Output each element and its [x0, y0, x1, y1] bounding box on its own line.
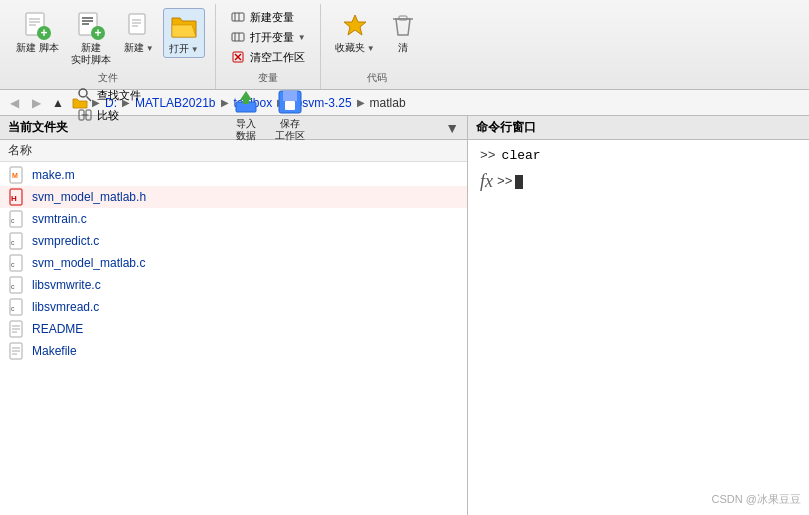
find-file-button[interactable]: 查找文件	[73, 86, 145, 104]
list-item[interactable]: Makefile	[0, 340, 467, 362]
find-file-icon	[77, 87, 93, 103]
file-col-name-label: 名称	[8, 142, 32, 159]
open-dropdown-arrow: ▼	[191, 45, 199, 54]
file-panel-menu-btn[interactable]: ▼	[445, 120, 459, 136]
file-panel-title: 当前文件夹	[8, 119, 68, 136]
save-ws-button[interactable]: 保存工作区	[270, 84, 310, 144]
list-item[interactable]: c svmtrain.c	[0, 208, 467, 230]
file-list: M make.m H svm_model_matlab.h	[0, 162, 467, 515]
cmd-history-line-0: >> clear	[480, 148, 797, 163]
cmd-input-prompt[interactable]: >>	[497, 174, 513, 189]
list-item[interactable]: H svm_model_matlab.h	[0, 186, 467, 208]
save-ws-icon	[274, 86, 306, 118]
import-label: 导入数据	[236, 118, 256, 142]
clear-ws-label: 清空工作区	[250, 50, 305, 65]
c-file-icon-5: c	[8, 298, 26, 316]
svg-text:c: c	[11, 239, 15, 246]
file-name-makefile: Makefile	[32, 344, 77, 358]
open-var-arrow: ▼	[298, 33, 306, 42]
save-ws-label: 保存工作区	[275, 118, 305, 142]
file-name-libsvmread: libsvmread.c	[32, 300, 99, 314]
svg-marker-36	[344, 15, 366, 35]
new-script-icon: +	[21, 10, 53, 42]
file-panel: 当前文件夹 ▼ 名称 M make.m	[0, 116, 468, 515]
import-button[interactable]: 导入数据	[226, 84, 266, 144]
m-file-icon: M	[8, 166, 26, 184]
h-file-icon: H	[8, 188, 26, 206]
code-group-label: 代码	[367, 71, 387, 85]
var-group-label: 变量	[258, 71, 278, 85]
cmd-cursor-line: fx >>	[480, 171, 797, 192]
favorites-arrow: ▼	[367, 44, 375, 53]
new-script-button[interactable]: + 新建 脚本	[12, 8, 63, 56]
svg-rect-13	[129, 14, 145, 34]
svg-rect-22	[232, 13, 244, 21]
readme-icon	[8, 320, 26, 338]
open-var-button[interactable]: 打开变量 ▼	[226, 28, 310, 46]
cmd-panel-title: 命令行窗口	[476, 119, 536, 136]
list-item[interactable]: c libsvmwrite.c	[0, 274, 467, 296]
favorites-label: 收藏夹	[335, 42, 365, 54]
clear-ws-icon	[230, 49, 246, 65]
file-name-make-m: make.m	[32, 168, 75, 182]
new-var-button[interactable]: 新建变量	[226, 8, 310, 26]
open-label: 打开	[169, 43, 189, 55]
up-button[interactable]: ▲	[48, 93, 68, 113]
toolbar-group-file: + 新建 脚本 fx + 新	[2, 4, 216, 89]
compare-label: 比较	[97, 108, 119, 123]
cmd-prompt-0: >>	[480, 148, 496, 163]
file-name-svmpredict: svmpredict.c	[32, 234, 99, 248]
toolbar-group-code: 收藏夹 ▼ 清 代码	[321, 4, 433, 89]
favorites-button[interactable]: 收藏夹 ▼	[331, 8, 379, 56]
svg-text:M: M	[12, 172, 18, 179]
file-name-svm-h: svm_model_matlab.h	[32, 190, 146, 204]
list-item[interactable]: c svmpredict.c	[0, 230, 467, 252]
clear-label: 清	[398, 42, 408, 54]
compare-button[interactable]: 比较	[73, 106, 145, 124]
fx-icon: fx	[480, 171, 493, 192]
cmd-content[interactable]: >> clear fx >>	[468, 140, 809, 515]
breadcrumb-sep-3: ▶	[357, 97, 365, 108]
svg-text:+: +	[41, 26, 48, 40]
svg-line-18	[87, 97, 92, 102]
new-var-icon	[230, 9, 246, 25]
import-icon	[230, 86, 262, 118]
list-item[interactable]: c libsvmread.c	[0, 296, 467, 318]
new-label: 新建	[124, 42, 144, 54]
svg-rect-35	[285, 101, 295, 110]
cmd-panel-header: 命令行窗口	[468, 116, 809, 140]
cmd-text-0: clear	[502, 148, 541, 163]
c-file-icon-3: c	[8, 254, 26, 272]
back-button[interactable]: ◀	[4, 93, 24, 113]
open-var-label: 打开变量	[250, 30, 294, 45]
main-area: 当前文件夹 ▼ 名称 M make.m	[0, 116, 809, 515]
forward-button[interactable]: ▶	[26, 93, 46, 113]
list-item[interactable]: README	[0, 318, 467, 340]
svg-text:c: c	[11, 305, 15, 312]
toolbar-group-var: 新建变量 打开变量 ▼	[216, 4, 321, 89]
new-var-label: 新建变量	[250, 10, 294, 25]
new-realtime-button[interactable]: fx + 新建实时脚本	[67, 8, 115, 68]
svg-text:H: H	[11, 194, 17, 203]
new-realtime-label: 新建实时脚本	[71, 42, 111, 66]
cmd-cursor	[515, 175, 523, 189]
new-dropdown-arrow: ▼	[146, 44, 154, 53]
svg-text:c: c	[11, 217, 15, 224]
clear-button[interactable]: 清	[383, 8, 423, 56]
list-item[interactable]: M make.m	[0, 164, 467, 186]
list-item[interactable]: c svm_model_matlab.c	[0, 252, 467, 274]
new-realtime-icon: fx +	[75, 10, 107, 42]
makefile-icon	[8, 342, 26, 360]
c-file-icon-1: c	[8, 210, 26, 228]
svg-text:c: c	[11, 261, 15, 268]
svg-rect-34	[283, 91, 297, 101]
file-name-libsvmwrite: libsvmwrite.c	[32, 278, 101, 292]
file-group-label: 文件	[98, 71, 118, 85]
clear-ws-button[interactable]: 清空工作区	[226, 48, 310, 66]
open-button[interactable]: 打开 ▼	[163, 8, 205, 58]
cmd-panel: 命令行窗口 >> clear fx >> CSDN @冰果豆豆	[468, 116, 809, 515]
new-button[interactable]: 新建 ▼	[119, 8, 159, 56]
file-name-svmtrain: svmtrain.c	[32, 212, 87, 226]
new-icon	[123, 10, 155, 42]
find-file-label: 查找文件	[97, 88, 141, 103]
